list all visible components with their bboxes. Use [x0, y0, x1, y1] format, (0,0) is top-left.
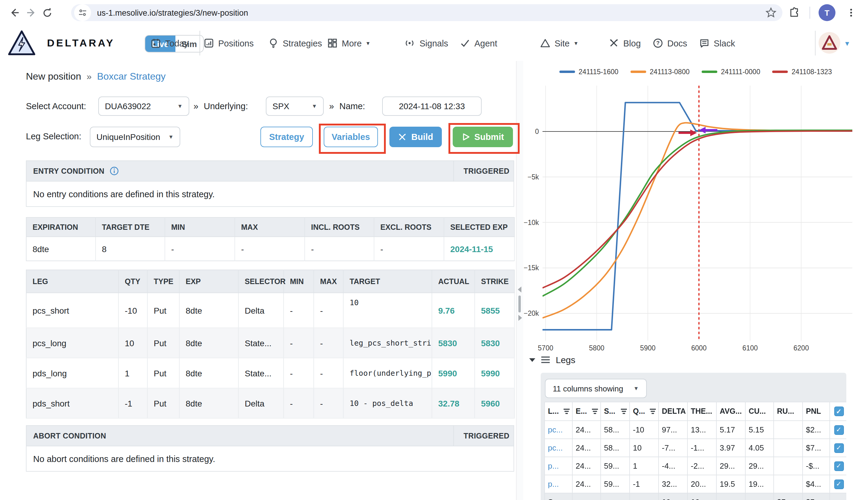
- mini-cell[interactable]: pc...: [545, 421, 572, 439]
- legend-item[interactable]: 241111-0000: [702, 68, 760, 76]
- col-selected-exp: SELECTED EXP: [444, 217, 514, 237]
- splitter-handle[interactable]: [518, 296, 521, 312]
- mini-col-delta[interactable]: DELTA: [659, 402, 687, 421]
- legend-item[interactable]: 241115-1600: [559, 68, 618, 76]
- legend-item[interactable]: 241113-0800: [630, 68, 690, 76]
- legend-item[interactable]: 241108-1323: [772, 68, 832, 76]
- underlying-select[interactable]: SPX▼: [266, 96, 324, 116]
- collapse-left-icon[interactable]: [518, 286, 521, 293]
- build-button[interactable]: Build: [390, 127, 442, 147]
- cell-target-dte: 8: [95, 237, 165, 261]
- mini-col-s[interactable]: S...: [601, 402, 629, 421]
- mini-cell: 5.17: [716, 421, 745, 439]
- nav-item-positions[interactable]: Positions: [204, 25, 254, 61]
- mini-cell: 5.15: [745, 421, 774, 439]
- nav-label: Blog: [623, 38, 641, 48]
- nav-item-more[interactable]: More ▾: [327, 25, 370, 61]
- mini-col-e[interactable]: E...: [572, 402, 601, 421]
- cell-strike[interactable]: 5960: [475, 388, 514, 418]
- row-checkbox[interactable]: ✓: [830, 421, 846, 439]
- mini-col-avg[interactable]: AVG...: [716, 402, 745, 421]
- mini-cell: 3.97: [716, 439, 745, 457]
- cell-max: -: [314, 358, 343, 388]
- site-info-icon[interactable]: [74, 4, 91, 21]
- nav-item-blog[interactable]: Blog: [609, 25, 641, 61]
- row-checkbox[interactable]: ✓: [830, 457, 846, 475]
- strategy-link[interactable]: Boxcar Strategy: [97, 71, 166, 82]
- name-value: 2024-11-08 12:33: [399, 101, 465, 111]
- legs-section-title: Legs: [556, 355, 575, 365]
- mini-cell[interactable]: pc...: [545, 439, 572, 457]
- payoff-chart[interactable]: 0−5k−10k−15k−20k570058005900600061006200: [523, 61, 868, 353]
- nav-item-slack[interactable]: Slack: [699, 25, 735, 61]
- row-checkbox[interactable]: ✓: [830, 475, 846, 493]
- col-min: MIN: [165, 217, 235, 237]
- legs-section-header[interactable]: Legs: [529, 355, 575, 365]
- info-icon[interactable]: [110, 167, 119, 175]
- mini-cell: 29...: [745, 457, 774, 475]
- mini-cell[interactable]: p...: [545, 475, 572, 493]
- select-all-checkbox[interactable]: ✓: [830, 402, 846, 421]
- mini-cell: 19.5: [716, 475, 745, 493]
- browser-profile-avatar[interactable]: T: [819, 4, 835, 21]
- cell-strike[interactable]: 5855: [475, 293, 514, 328]
- account-label: Select Account:: [26, 101, 86, 111]
- mini-col-ru[interactable]: RU...: [774, 402, 802, 421]
- deltaray-logo-icon[interactable]: [8, 30, 36, 56]
- mini-col-the[interactable]: THE...: [687, 402, 716, 421]
- nav-item-strategies[interactable]: Strategies: [268, 25, 322, 61]
- brand-name[interactable]: DELTARAY: [47, 25, 115, 61]
- extensions-icon[interactable]: [787, 5, 802, 20]
- columns-showing-label: 11 columns showing: [553, 384, 623, 393]
- tools-icon: [609, 38, 619, 48]
- cell-actual[interactable]: 5830: [432, 328, 475, 358]
- mini-row: pc...24...58...-1097...13...5.175.15$2..…: [545, 421, 846, 439]
- address-bar[interactable]: us-1.mesolive.io/strategies/3/new-positi…: [71, 4, 783, 21]
- cell-strike[interactable]: 5990: [475, 358, 514, 388]
- nav-item-agent[interactable]: Agent: [460, 25, 497, 61]
- collapse-triangle-icon[interactable]: [529, 358, 535, 362]
- row-checkbox[interactable]: ✓: [830, 439, 846, 457]
- mini-cell: -$...: [802, 457, 830, 475]
- forward-icon[interactable]: [24, 5, 38, 20]
- cell-leg: pds_short: [26, 388, 118, 418]
- mini-col-l[interactable]: L...: [545, 402, 572, 421]
- col-max: MAX: [314, 270, 343, 293]
- bookmark-star-icon[interactable]: [765, 7, 776, 18]
- mini-col-cu[interactable]: CU...: [745, 402, 774, 421]
- nav-item-docs[interactable]: ? Docs: [653, 25, 687, 61]
- nav-label: More: [342, 38, 362, 48]
- mini-cell: [774, 439, 802, 457]
- strategy-button[interactable]: Strategy: [261, 127, 313, 147]
- svg-text:5700: 5700: [538, 344, 553, 352]
- back-icon[interactable]: [7, 5, 22, 20]
- kebab-menu-icon[interactable]: [844, 5, 858, 20]
- mini-cell[interactable]: p...: [545, 457, 572, 475]
- cell-min: -: [283, 388, 314, 418]
- collapse-right-icon[interactable]: [518, 315, 522, 321]
- expiration-header-row: EXPIRATION TARGET DTE MIN MAX INCL. ROOT…: [26, 217, 514, 237]
- chevron-down-icon[interactable]: ▼: [844, 40, 850, 47]
- cell-strike[interactable]: 5830: [475, 328, 514, 358]
- leg-selection-select[interactable]: UniqueInPosition▼: [90, 127, 180, 147]
- cell-excl-roots: -: [374, 237, 444, 261]
- col-actual: ACTUAL: [432, 270, 475, 293]
- cell-actual[interactable]: 9.76: [432, 293, 475, 328]
- caret-down-icon: ▼: [634, 385, 639, 391]
- columns-showing-button[interactable]: 11 columns showing ▼: [545, 379, 647, 398]
- strategy-form-panel: New position » Boxcar Strategy Select Ac…: [0, 61, 516, 500]
- col-expiration: EXPIRATION: [26, 217, 95, 237]
- mini-col-pnl[interactable]: PNL: [802, 402, 830, 421]
- name-input[interactable]: 2024-11-08 12:33: [382, 96, 482, 116]
- selected-exp-link[interactable]: 2024-11-15: [444, 237, 514, 261]
- cell-actual[interactable]: 5990: [432, 358, 475, 388]
- nav-item-site[interactable]: Site ▾: [540, 25, 577, 61]
- cell-actual[interactable]: 32.78: [432, 388, 475, 418]
- mini-col-q[interactable]: Q...: [629, 402, 659, 421]
- reload-icon[interactable]: [40, 5, 54, 20]
- user-avatar[interactable]: [819, 32, 840, 54]
- nav-item-signals[interactable]: Signals: [404, 25, 448, 61]
- nav-item-today[interactable]: Today: [151, 25, 188, 61]
- cell-type: Put: [147, 328, 179, 358]
- account-select[interactable]: DUA639022▼: [98, 96, 189, 116]
